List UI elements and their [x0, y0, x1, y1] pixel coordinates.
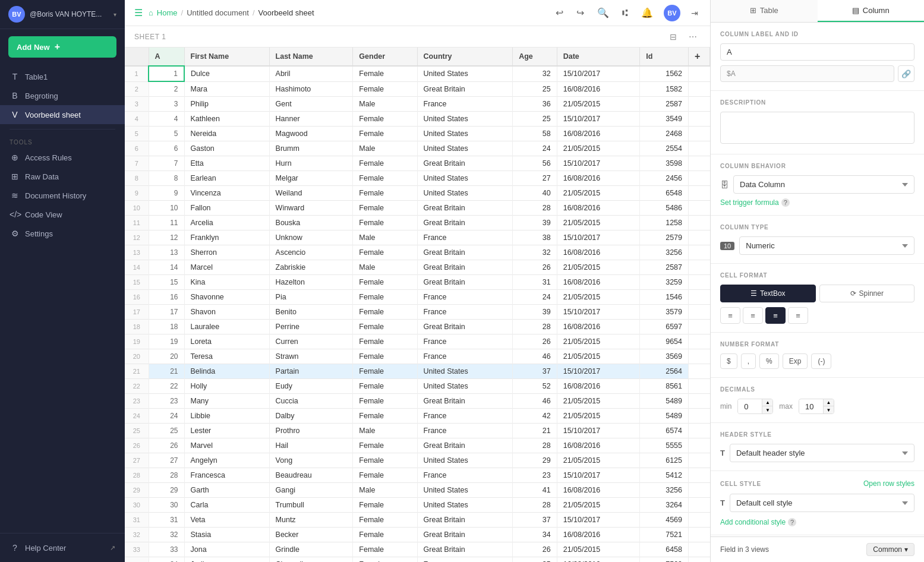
header-style-title: HEADER STYLE — [720, 431, 914, 438]
redo-button[interactable]: ↪ — [574, 5, 586, 21]
align-center-button[interactable]: ≡ — [743, 307, 763, 324]
lastname-cell: Brumm — [269, 141, 353, 156]
date-cell: 16/08/2016 — [557, 171, 640, 186]
cell-style-select[interactable]: Default cell style — [730, 494, 914, 512]
header-style-select[interactable]: Default header style — [730, 444, 914, 462]
min-spin-up[interactable]: ▲ — [762, 399, 772, 406]
spinner-format-button[interactable]: ⟳ Spinner — [819, 285, 915, 302]
tab-table[interactable]: ⊞ Table — [711, 0, 818, 22]
sidebar-toggle-icon[interactable]: ☰ — [134, 7, 143, 18]
behavior-select[interactable]: Data Column Formula Column Trigger Formu… — [733, 175, 914, 194]
cell-style-title: CELL STYLE — [720, 481, 761, 487]
sidebar-item-raw-data[interactable]: ⊞ Raw Data — [0, 167, 125, 186]
row-num-cell: 27 — [125, 453, 149, 468]
column-label-input[interactable] — [720, 43, 914, 61]
max-decimals-input[interactable] — [799, 400, 823, 413]
table-wrapper[interactable]: A First Name Last Name Gender Country Ag… — [125, 48, 710, 562]
plus-icon: + — [55, 42, 60, 52]
country-cell: Great Britain — [417, 245, 513, 260]
col-header-age[interactable]: Age — [513, 48, 557, 66]
lastname-cell: Beaudreau — [269, 468, 353, 483]
col-header-country[interactable]: Country — [417, 48, 513, 66]
lastname-cell: Melgar — [269, 171, 353, 186]
doc-name[interactable]: Untitled document — [187, 8, 249, 17]
id-cell: 6597 — [640, 320, 689, 334]
column-id-input[interactable] — [720, 65, 894, 82]
sidebar-item-access-rules[interactable]: ⊕ Access Rules — [0, 148, 125, 167]
undo-button[interactable]: ↩ — [553, 5, 566, 21]
add-new-button[interactable]: Add New + — [8, 36, 116, 58]
share-button[interactable]: ⑆ — [620, 5, 630, 21]
max-spin-up[interactable]: ▲ — [823, 399, 834, 406]
id-cell: 2564 — [640, 364, 689, 379]
code-icon: </> — [10, 210, 20, 219]
table-row: 1717ShavonBenitoFemaleFrance3915/10/2017… — [125, 305, 710, 320]
neg-format-button[interactable]: (-) — [811, 353, 831, 369]
table-row: 3333JonaGrindleFemaleGreat Britain2621/0… — [125, 542, 710, 557]
min-spin-down[interactable]: ▼ — [762, 406, 772, 413]
add-conditional-style-link[interactable]: Add conditional style — [720, 518, 786, 526]
sidebar-item-document-history[interactable]: ≋ Document History — [0, 186, 125, 205]
cell-format-title: CELL FORMAT — [720, 272, 914, 279]
open-row-styles-link[interactable]: Open row styles — [863, 479, 914, 488]
col-a-cell: 7 — [149, 156, 184, 171]
row-num-cell: 5 — [125, 127, 149, 141]
col-a-cell: 31 — [149, 513, 184, 528]
country-cell: United States — [417, 127, 513, 141]
lastname-cell: Ascencio — [269, 245, 353, 260]
comma-format-button[interactable]: , — [741, 353, 756, 369]
add-column-button[interactable]: + — [689, 48, 710, 66]
search-button[interactable]: 🔍 — [595, 5, 611, 21]
collapse-panel-button[interactable]: ⇥ — [689, 6, 701, 20]
type-select[interactable]: Numeric Text Date Boolean — [739, 236, 914, 255]
common-badge[interactable]: Common ▾ — [866, 543, 914, 556]
link-icon-button[interactable]: 🔗 — [898, 65, 914, 82]
table-row: 66GastonBrummMaleUnited States2421/05/20… — [125, 141, 710, 156]
access-rules-icon: ⊕ — [10, 153, 20, 162]
sidebar-item-help-center[interactable]: ? Help Center ↗ — [0, 538, 125, 557]
dollar-format-button[interactable]: $ — [720, 353, 737, 369]
min-decimals-input[interactable] — [738, 400, 762, 413]
trigger-formula-link[interactable]: Set trigger formula ? — [720, 198, 914, 207]
help-icon: ? — [10, 543, 20, 552]
max-spin-down[interactable]: ▼ — [823, 406, 834, 413]
trigger-link-label: Set trigger formula — [720, 198, 779, 207]
more-options-icon[interactable]: ⋯ — [685, 31, 701, 43]
user-avatar: BV — [664, 5, 680, 21]
row-num-cell: 10 — [125, 201, 149, 216]
home-link[interactable]: Home — [157, 8, 178, 17]
align-left-button[interactable]: ≡ — [720, 307, 740, 324]
textbox-format-button[interactable]: ☰ TextBox — [720, 285, 816, 302]
col-header-lastname[interactable]: Last Name — [269, 48, 353, 66]
date-cell: 15/10/2017 — [557, 364, 640, 379]
user-row[interactable]: BV @Boris VAN HOYTE... ▾ — [0, 0, 125, 29]
align-right-button[interactable]: ≡ — [765, 307, 786, 324]
col-a-cell: 24 — [149, 409, 184, 424]
notifications-button[interactable]: 🔔 — [639, 5, 655, 21]
filter-icon[interactable]: ⊟ — [666, 31, 680, 43]
sidebar-item-voorbeeld[interactable]: V Voorbeeld sheet — [0, 105, 125, 124]
col-a-cell: 12 — [149, 231, 184, 245]
id-cell: 3579 — [640, 305, 689, 320]
sidebar-item-settings[interactable]: ⚙ Settings — [0, 224, 125, 243]
tab-column[interactable]: ▤ Column — [818, 0, 925, 22]
sidebar-item-begroting[interactable]: B Begroting — [0, 86, 125, 105]
col-header-date[interactable]: Date — [557, 48, 640, 66]
lastname-cell: Gangi — [269, 483, 353, 498]
country-cell: United States — [417, 66, 513, 81]
col-a-cell: 13 — [149, 245, 184, 260]
sheet-name[interactable]: Voorbeeld sheet — [258, 8, 314, 17]
sidebar-item-code-view[interactable]: </> Code View — [0, 205, 125, 224]
col-header-gender[interactable]: Gender — [353, 48, 417, 66]
sidebar-item-table1[interactable]: T Table1 — [0, 67, 125, 86]
col-header-a[interactable]: A — [149, 48, 184, 66]
col-header-id[interactable]: Id — [640, 48, 689, 66]
col-header-firstname[interactable]: First Name — [184, 48, 269, 66]
exp-format-button[interactable]: Exp — [783, 353, 808, 369]
panel-tabs: ⊞ Table ▤ Column — [711, 0, 924, 23]
country-cell: United States — [417, 379, 513, 394]
align-justify-button[interactable]: ≡ — [788, 307, 808, 324]
percent-format-button[interactable]: % — [759, 353, 779, 369]
country-cell: Great Britain — [417, 513, 513, 528]
description-input[interactable] — [720, 112, 914, 144]
